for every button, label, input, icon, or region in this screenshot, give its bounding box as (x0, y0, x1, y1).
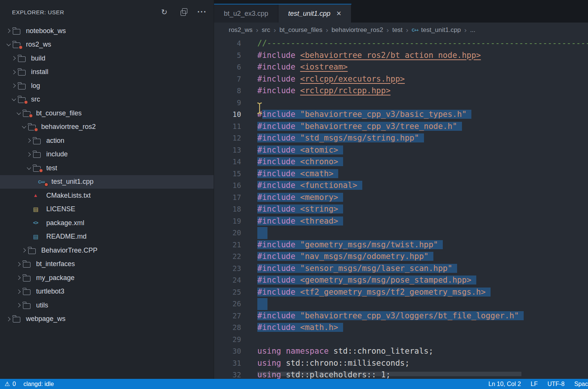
breadcrumb-item-src[interactable]: src (262, 26, 270, 34)
code-line[interactable]: 19#include <thread> (214, 215, 588, 227)
code-line[interactable]: 4//-------------------------------------… (214, 38, 588, 50)
code-line[interactable]: 25#include <tf2_geometry_msgs/tf2_geomet… (214, 286, 588, 298)
breadcrumb-item-ros2_ws[interactable]: ros2_ws (229, 26, 252, 34)
tree-folder-src[interactable]: src (0, 93, 214, 107)
tree-file-README.md[interactable]: ▤README.md (0, 230, 214, 244)
gutter-gap (241, 132, 257, 144)
breadcrumb-item-...[interactable]: ... (470, 26, 475, 34)
breadcrumb-item-test[interactable]: test (392, 26, 403, 34)
refresh-icon[interactable]: ↻ (160, 8, 169, 16)
code-line[interactable]: 6#include <iostream> (214, 61, 588, 73)
indentation-indicator[interactable]: Spac (574, 381, 588, 387)
horizontal-scrollbar[interactable] (257, 372, 521, 376)
code-token: #include (257, 51, 295, 60)
close-icon[interactable]: × (336, 9, 341, 18)
tree-folder-behaviortree_ros2[interactable]: behaviortree_ros2 (0, 120, 214, 134)
selection-highlight: #include <cmath> (257, 169, 338, 178)
code-line[interactable]: 27#include "behaviortree_cpp_v3/loggers/… (214, 310, 588, 322)
breadcrumb-item-bt_course_files[interactable]: bt_course_files (280, 26, 322, 34)
gutter-gap (241, 322, 257, 334)
code-line[interactable]: 30using namespace std::chrono_literals; (214, 345, 588, 357)
tree-file-CMakeLists.txt[interactable]: ▲CMakeLists.txt (0, 189, 214, 203)
tree-folder-utils[interactable]: utils (0, 298, 214, 312)
code-token: :: (300, 359, 310, 368)
code-line[interactable]: 26 (214, 298, 588, 310)
eol-indicator[interactable]: LF (531, 381, 538, 387)
breadcrumb-item-test_unit1.cpp[interactable]: C++test_unit1.cpp (412, 26, 461, 34)
code-line[interactable]: 18#include <string> (214, 203, 588, 215)
tree-folder-action[interactable]: action (0, 134, 214, 148)
gutter-gap (241, 298, 257, 310)
problems-indicator[interactable]: ⚠ 0 (5, 381, 16, 387)
code-line[interactable]: 16#include <functional> (214, 180, 588, 192)
tab-bt_u2_ex3.cpp[interactable]: bt_u2_ex3.cpp (214, 5, 278, 23)
tree-item-label: test_unit1.cpp (52, 178, 94, 186)
code-line[interactable]: 14#include <chrono> (214, 156, 588, 168)
selection-highlight: #include <math.h> (257, 323, 343, 332)
tree-folder-test[interactable]: test (0, 161, 214, 175)
main-area: EXPLORER: USER ↻··· notebook_wsros2_wsbu… (0, 0, 588, 379)
line-number: 19 (214, 215, 241, 227)
code-line[interactable]: 17#include <memory> (214, 192, 588, 204)
tree-folder-my_package[interactable]: my_package (0, 271, 214, 285)
code-line[interactable]: 29 (214, 334, 588, 346)
tree-folder-ros2_ws[interactable]: ros2_ws (0, 38, 214, 52)
tree-file-package.xml[interactable]: <>package.xml (0, 216, 214, 230)
chevron-spacer (25, 233, 33, 241)
code-token: #include (257, 145, 295, 154)
code-line[interactable]: 12#include "std_msgs/msg/string.hpp" (214, 132, 588, 144)
tree-item-label: turtlebot3 (36, 288, 64, 295)
code-line[interactable]: 10#include "behaviortree_cpp_v3/basic_ty… (214, 109, 588, 121)
code-token (295, 323, 300, 332)
code-line[interactable]: 22#include "nav_msgs/msg/odometry.hpp" (214, 251, 588, 263)
code-line[interactable]: 24#include <geometry_msgs/msg/pose_stamp… (214, 274, 588, 286)
code-line[interactable]: 28#include <math.h> (214, 322, 588, 334)
tree-folder-BehaviorTree.CPP[interactable]: BehaviorTree.CPP (0, 244, 214, 257)
tree-file-LICENSE[interactable]: ▤LICENSE (0, 203, 214, 216)
tree-folder-include[interactable]: include (0, 148, 214, 162)
code-line[interactable]: 7#include <rclcpp/executors.hpp> (214, 73, 588, 85)
selection-highlight: #include <geometry_msgs/msg/pose_stamped… (257, 275, 476, 285)
warning-count: 0 (12, 381, 16, 387)
code-line[interactable]: 8#include <rclcpp/rclcpp.hpp> (214, 85, 588, 97)
line-content: #include "std_msgs/msg/string.hpp" (257, 132, 424, 144)
tree-folder-webpage_ws[interactable]: webpage_ws (0, 312, 214, 326)
gutter-gap (241, 168, 257, 180)
tree-folder-bt_course_files[interactable]: bt_course_files (0, 106, 214, 120)
tree-folder-build[interactable]: build (0, 51, 214, 65)
status-bar: ⚠ 0 clangd: idle Ln 10, Col 2 LF UTF-8 S… (0, 379, 588, 389)
breadcrumb-label: behaviortree_ros2 (331, 26, 383, 34)
selection-highlight: #include "geometry_msgs/msg/twist.hpp" (257, 240, 443, 249)
line-content: #include <cmath> (257, 168, 338, 180)
folder-icon (23, 274, 33, 282)
code-line[interactable]: 15#include <cmath> (214, 168, 588, 180)
code-area[interactable]: 4//-------------------------------------… (214, 38, 588, 379)
tree-folder-notebook_ws[interactable]: notebook_ws (0, 24, 214, 38)
tree-folder-install[interactable]: install (0, 65, 214, 79)
code-line[interactable]: 31using std::chrono::milliseconds; (214, 357, 588, 369)
code-line[interactable]: 21#include "geometry_msgs/msg/twist.hpp" (214, 239, 588, 251)
encoding-indicator[interactable]: UTF-8 (547, 381, 564, 387)
tree-folder-turtlebot3[interactable]: turtlebot3 (0, 285, 214, 299)
tree-folder-bt_interfaces[interactable]: bt_interfaces (0, 257, 214, 271)
selection-highlight: #include <atomic> (257, 145, 343, 154)
explorer-header: EXPLORER: USER ↻··· (0, 0, 214, 24)
code-line[interactable]: 9 (214, 97, 588, 109)
code-line[interactable]: 13#include <atomic> (214, 144, 588, 156)
cursor-position[interactable]: Ln 10, Col 2 (488, 381, 521, 387)
tab-test_unit1.cpp[interactable]: test_unit1.cpp× (278, 5, 351, 23)
code-token (281, 359, 286, 368)
tree-file-test_unit1.cpp[interactable]: C++test_unit1.cpp (0, 175, 214, 189)
code-line[interactable]: 23#include "sensor_msgs/msg/laser_scan.h… (214, 263, 588, 275)
breadcrumb-item-behaviortree_ros2[interactable]: behaviortree_ros2 (331, 26, 383, 34)
code-line[interactable]: 11#include "behaviortree_cpp_v3/tree_nod… (214, 121, 588, 133)
code-line[interactable]: 5#include <behaviortree_ros2/bt_action_n… (214, 50, 588, 62)
open-editors-icon[interactable] (179, 8, 187, 16)
tree-folder-log[interactable]: log (0, 79, 214, 93)
tree-item-label: ros2_ws (26, 41, 51, 48)
tree-item-label: utils (36, 301, 48, 309)
clangd-status[interactable]: clangd: idle (23, 381, 54, 387)
explorer-title: EXPLORER: USER (12, 9, 160, 15)
more-actions-icon[interactable]: ··· (198, 8, 206, 16)
code-line[interactable]: 20 (214, 227, 588, 239)
